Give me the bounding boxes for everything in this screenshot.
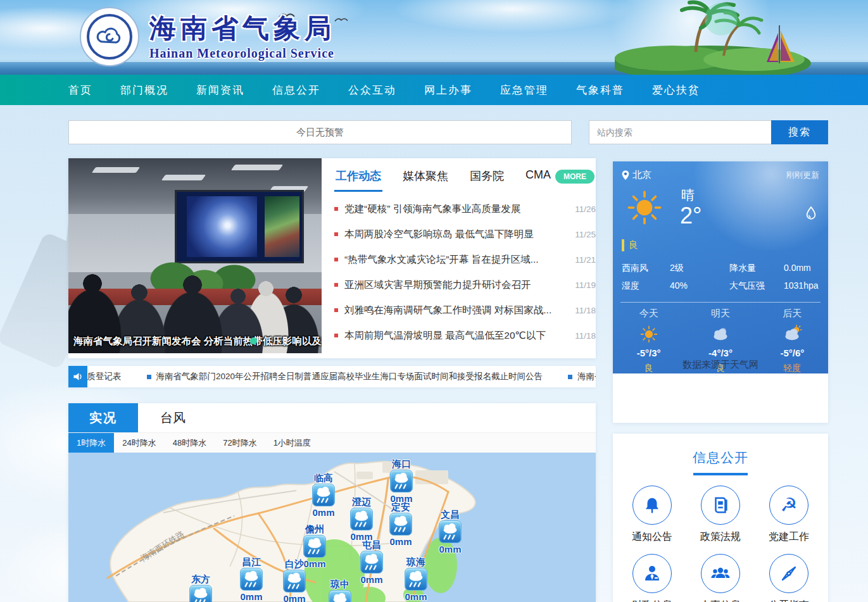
seagull-icon <box>334 16 348 23</box>
nav-item-science[interactable]: 气象科普 <box>576 83 624 97</box>
map-station-changjiang[interactable]: 昌江 0mm <box>232 557 271 602</box>
red-bullet-icon <box>334 258 338 261</box>
subtab-1h-rain[interactable]: 1时降水 <box>68 433 114 453</box>
info-item-hr[interactable]: 人事信息 <box>686 554 755 602</box>
search-row: 今日无预警 搜索 <box>68 120 828 144</box>
tab-typhoon[interactable]: 台风 <box>138 403 208 432</box>
ticker-track: 资质登记表 海南省气象部门2020年公开招聘全日制普通应届高校毕业生海口专场面试… <box>79 371 596 382</box>
sunny-icon <box>639 325 658 344</box>
news-date: 11/26 <box>575 204 596 214</box>
site-search: 搜索 <box>589 120 828 144</box>
alert-banner[interactable]: 今日无预警 <box>68 120 572 144</box>
weather-sky: 北京 刚刚更新 晴 2° <box>613 161 828 373</box>
news-list-item[interactable]: 刘雅鸣在海南调研气象工作时强调 对标国家战... 11/18 <box>334 298 596 323</box>
party-emblem-icon: ☭ <box>781 496 798 515</box>
more-button[interactable]: MORE <box>555 170 594 184</box>
nav-item-disclosure[interactable]: 信息公开 <box>272 83 320 97</box>
aqi-badge: 良 <box>622 239 638 251</box>
tab-work-dynamics[interactable]: 工作动态 <box>334 163 382 192</box>
news-carousel-photo[interactable]: 海南省气象局召开新闻发布会 分析当前热带低压影响以及前 <box>68 158 322 353</box>
main-nav: 首页 部门概况 新闻资讯 信息公开 公众互动 网上办事 应急管理 气象科普 爱心… <box>0 75 868 105</box>
photo-light <box>231 165 283 170</box>
nav-item-interaction[interactable]: 公众互动 <box>348 83 396 97</box>
news-date: 11/21 <box>575 255 596 265</box>
info-item-finance[interactable]: 财政信息 <box>618 554 686 602</box>
search-input[interactable] <box>589 120 771 144</box>
site-banner: 海南省气象局 Hainan Meteorological Service <box>0 0 868 75</box>
news-date: 11/25 <box>575 230 596 239</box>
hainan-map[interactable]: 海南西环铁路 海口 0mm 临高 0mm 澄迈 0mm <box>68 453 596 602</box>
subtab-48h-rain[interactable]: 48时降水 <box>165 433 215 453</box>
news-card: 海南省气象局召开新闻发布会 分析当前热带低压影响以及前 工作动态 媒体聚焦 国务… <box>68 158 596 358</box>
news-date: 11/18 <box>575 331 596 341</box>
red-bullet-icon <box>334 308 338 312</box>
site-subtitle: Hainan Meteorological Service <box>149 46 336 61</box>
tropical-island-art <box>615 0 868 75</box>
rain-icon <box>189 585 212 602</box>
news-list-item[interactable]: 本周前期气温滑坡明显 最高气温低至20℃以下 11/18 <box>334 323 596 348</box>
news-list-item[interactable]: “热带气象水文减灾论坛”开幕 旨在提升区域... 11/21 <box>334 247 596 272</box>
detail-label: 大气压强 <box>729 280 784 292</box>
detail-label: 降水量 <box>729 263 784 274</box>
nav-item-news[interactable]: 新闻资讯 <box>196 83 244 97</box>
people-icon <box>710 563 731 584</box>
water-drop-icon[interactable] <box>805 206 817 220</box>
info-section: 信息公开 通知公告 <box>613 434 828 602</box>
tab-media-focus[interactable]: 媒体聚焦 <box>401 163 450 190</box>
nav-item-online-services[interactable]: 网上办事 <box>424 83 472 97</box>
nav-item-emergency[interactable]: 应急管理 <box>500 83 548 97</box>
sun-icon <box>627 190 662 225</box>
subtab-24h-rain[interactable]: 24时降水 <box>114 433 164 453</box>
weather-source: 数据来源于天气网 <box>613 359 828 371</box>
info-item-party-building[interactable]: ☭ 党建工作 <box>755 486 823 544</box>
map-station-chengmai[interactable]: 澄迈 0mm <box>342 497 381 542</box>
rain-icon <box>389 513 412 536</box>
map-station-tunchang[interactable]: 屯昌 0mm <box>352 540 391 585</box>
nav-item-home[interactable]: 首页 <box>68 83 92 97</box>
site-logo[interactable] <box>80 7 139 66</box>
title-underline <box>693 473 748 475</box>
rain-icon <box>240 568 263 591</box>
subtab-1h-temp[interactable]: 1小时温度 <box>265 433 319 453</box>
map-station-dongfang[interactable]: 东方 0mm <box>181 574 220 602</box>
live-tabs: 实况 台风 <box>68 403 596 432</box>
map-station-qiongzhong[interactable]: 琼中 0mm <box>320 579 360 602</box>
red-bullet-icon <box>334 207 338 211</box>
nav-item-about[interactable]: 部门概况 <box>120 83 168 97</box>
search-button[interactable]: 搜索 <box>771 120 828 144</box>
rain-icon <box>329 590 351 602</box>
map-station-wenchang[interactable]: 文昌 0mm <box>431 510 470 555</box>
weather-updated[interactable]: 刚刚更新 <box>786 170 819 181</box>
cloudy-icon <box>710 325 731 344</box>
photo-caption[interactable]: 海南省气象局召开新闻发布会 分析当前热带低压影响以及前 <box>68 335 322 348</box>
news-panel: 工作动态 媒体聚焦 国务院 CMA MORE 党建“硬核” 引领海南气象事业高质… <box>334 163 596 348</box>
weather-condition: 晴 <box>681 186 695 204</box>
map-station-haikou[interactable]: 海口 0mm <box>382 459 421 504</box>
subtab-72h-rain[interactable]: 72时降水 <box>215 433 265 453</box>
info-item-policies[interactable]: 政策法规 <box>686 486 755 544</box>
speaker-button[interactable] <box>68 366 87 387</box>
tab-live-conditions[interactable]: 实况 <box>68 403 138 432</box>
news-list-item[interactable]: 党建“硬核” 引领海南气象事业高质量发展 11/26 <box>334 196 596 222</box>
ticker-item[interactable]: 海南省气象部门2020年公开招聘全日制普通应届高校毕业生海口专场面试时间和接受报… <box>147 371 543 382</box>
weather-details: 西南风 2级 降水量 0.0mm 湿度 40% 大气压强 1031hpa <box>613 254 828 294</box>
site-title: 海南省气象局 <box>149 14 336 43</box>
map-station-lingao[interactable]: 临高 0mm <box>304 473 343 518</box>
nav-item-charity[interactable]: 爱心扶贫 <box>652 83 700 97</box>
tab-state-council[interactable]: 国务院 <box>469 163 505 190</box>
map-station-baisha[interactable]: 白沙 0mm <box>275 559 314 602</box>
tab-cma[interactable]: CMA <box>524 163 552 188</box>
map-station-qionghai[interactable]: 琼海 0mm <box>396 557 436 602</box>
news-list-item[interactable]: 本周两股冷空气影响琼岛 最低气温下降明显 11/25 <box>334 222 596 247</box>
info-item-guide[interactable]: 公开指南 <box>755 554 823 602</box>
detail-value: 40% <box>670 280 729 292</box>
ticker-item[interactable]: 海南省有效期内防雷装置 <box>568 371 596 382</box>
live-subtabs: 1时降水 24时降水 48时降水 72时降水 1小时温度 <box>68 432 596 453</box>
info-item-notices[interactable]: 通知公告 <box>618 486 686 544</box>
detail-label: 西南风 <box>622 263 670 274</box>
news-list-item[interactable]: 亚洲区域灾害早期预警能力提升研讨会召开 11/19 <box>334 272 596 298</box>
divider <box>620 302 821 303</box>
cloud-logo-icon <box>96 27 123 47</box>
carousel-dot[interactable] <box>250 337 257 344</box>
weather-city[interactable]: 北京 <box>622 169 651 181</box>
